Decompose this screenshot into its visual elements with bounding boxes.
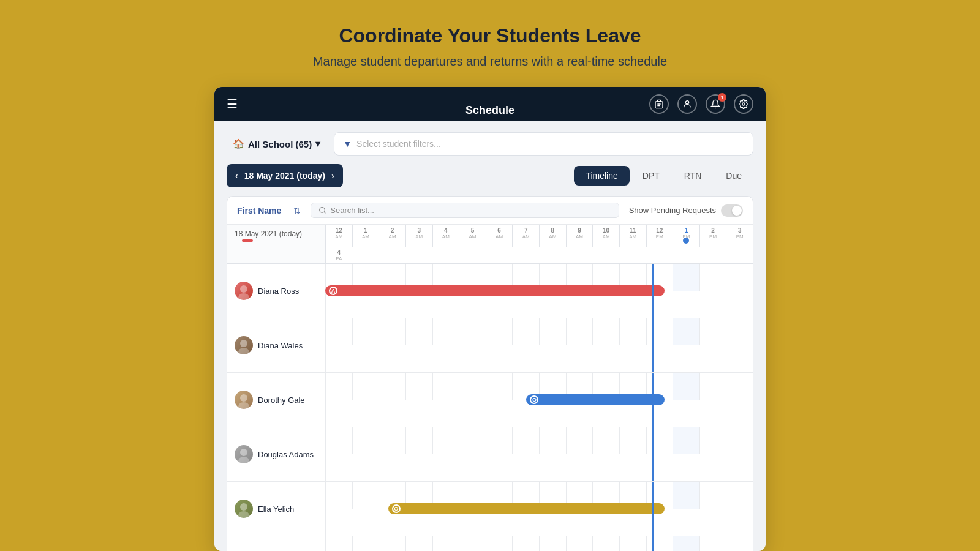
current-time-line — [652, 318, 654, 372]
timeline-cell — [673, 536, 699, 551]
prev-date-arrow[interactable]: ‹ — [235, 171, 238, 181]
search-input[interactable]: Search list... — [311, 203, 619, 218]
timeline-cell — [699, 318, 726, 345]
timeline-cell — [325, 400, 352, 427]
timeline-cell — [619, 427, 646, 454]
tab-dpt[interactable]: DPT — [631, 166, 671, 186]
search-placeholder: Search list... — [330, 206, 374, 215]
tab-due[interactable]: Due — [714, 166, 753, 186]
timeline-cell — [539, 318, 566, 345]
date-label: 18 May 2021 (today) — [235, 230, 302, 238]
current-time-line — [652, 373, 654, 427]
timeline-cell — [432, 536, 459, 551]
timeline-cell — [566, 427, 593, 454]
timeline-cells — [325, 427, 753, 481]
filter-row: 🏠 All School (65) ▾ ▼ Select student fil… — [227, 132, 753, 156]
student-filter-input[interactable]: ▼ Select student filters... — [334, 132, 753, 156]
timeline-bar[interactable]: A — [325, 285, 665, 296]
bar-label: O — [530, 395, 538, 404]
timeline-cell — [539, 427, 566, 454]
topbar: ☰ Schedule 1 — [214, 87, 766, 121]
pending-toggle-switch[interactable] — [721, 204, 743, 217]
sort-label[interactable]: First Name — [237, 206, 281, 216]
timeline-cell — [325, 536, 352, 551]
notification-icon[interactable]: 1 — [706, 94, 725, 114]
table-row[interactable]: Diana RossA — [227, 264, 753, 318]
timeline-cell — [352, 318, 379, 345]
tab-rtn[interactable]: RTN — [673, 166, 714, 186]
time-col-11-AM: 11AM — [619, 225, 646, 247]
timeline-cell — [566, 318, 593, 345]
svg-point-11 — [238, 348, 249, 354]
view-tabs: Timeline DPT RTN Due — [574, 166, 753, 186]
timeline-cell — [726, 536, 753, 551]
timeline-cell — [325, 373, 352, 400]
timeline-cell — [699, 373, 726, 400]
sort-icon[interactable]: ⇅ — [293, 206, 301, 216]
page-header: Coordinate Your Students Leave Manage st… — [313, 24, 667, 69]
content-area: 🏠 All School (65) ▾ ▼ Select student fil… — [214, 121, 766, 551]
settings-icon[interactable] — [734, 94, 753, 114]
menu-icon[interactable]: ☰ — [227, 97, 238, 111]
timeline-bar[interactable]: O — [388, 503, 665, 514]
student-name-cell: Diana Ross — [227, 278, 325, 304]
current-time-line — [652, 536, 654, 551]
time-col-10-AM: 10AM — [592, 225, 619, 247]
timeline-cell — [673, 373, 699, 400]
timeline-cell — [699, 427, 726, 454]
svg-point-14 — [240, 449, 247, 456]
timeline-cell — [432, 318, 459, 345]
timeline-cell — [352, 482, 379, 509]
chevron-down-icon: ▾ — [315, 138, 320, 149]
time-col-1-AM: 1AM — [352, 225, 379, 247]
avatar — [235, 282, 253, 300]
table-row[interactable]: Ella YelichO — [227, 482, 753, 536]
pending-toggle: Show Pending Requests — [629, 204, 743, 217]
student-name-cell: Dorothy Gale — [227, 387, 325, 413]
student-name-cell: Ella Yelich — [227, 496, 325, 522]
student-name: Diana Ross — [258, 287, 299, 296]
time-col-7-AM: 7AM — [512, 225, 539, 247]
user-icon[interactable] — [677, 94, 697, 114]
avatar — [235, 500, 253, 518]
timeline-cell — [726, 427, 753, 454]
school-selector[interactable]: 🏠 All School (65) ▾ — [227, 135, 326, 153]
date-nav-button[interactable]: ‹ 18 May 2021 (today) › — [227, 164, 343, 187]
timeline-cell — [325, 482, 352, 509]
timeline-cell — [379, 427, 405, 454]
table-row[interactable]: Dorothy GaleO — [227, 373, 753, 427]
timeline-cells: O — [325, 482, 753, 536]
timeline-cell — [405, 536, 432, 551]
current-time-line — [652, 427, 654, 481]
timeline-cell — [726, 264, 753, 291]
time-col-4-AM: 4AM — [432, 225, 459, 247]
table-row[interactable]: Douglas Adams — [227, 427, 753, 482]
svg-point-13 — [238, 402, 249, 409]
table-row[interactable]: Diana Wales — [227, 318, 753, 373]
svg-point-12 — [240, 394, 247, 402]
svg-point-6 — [320, 208, 325, 213]
timeline-bar[interactable]: O — [526, 394, 665, 405]
timeline-cell — [432, 373, 459, 400]
topbar-title: Schedule — [466, 104, 514, 117]
timeline-cells: A — [325, 264, 753, 318]
clipboard-icon[interactable] — [649, 94, 669, 114]
time-col-12-AM: 12AM — [325, 225, 352, 247]
timeline-cells — [325, 536, 753, 551]
tab-timeline[interactable]: Timeline — [574, 166, 629, 186]
timeline-cell — [325, 509, 352, 536]
timeline-cell — [673, 264, 699, 291]
timeline-cell — [459, 427, 486, 454]
timeline-cell — [699, 264, 726, 291]
timeline-cell — [592, 318, 619, 345]
timeline-cell — [459, 373, 486, 400]
timeline-cell — [619, 318, 646, 345]
next-date-arrow[interactable]: › — [331, 171, 334, 181]
timeline-cell — [512, 536, 539, 551]
timeline-cell — [432, 427, 459, 454]
table-row[interactable]: Frank Sinatra — [227, 536, 753, 551]
timeline-cell — [325, 318, 352, 345]
timeline-cell — [699, 482, 726, 509]
timeline-cell — [619, 536, 646, 551]
svg-point-15 — [238, 457, 249, 463]
